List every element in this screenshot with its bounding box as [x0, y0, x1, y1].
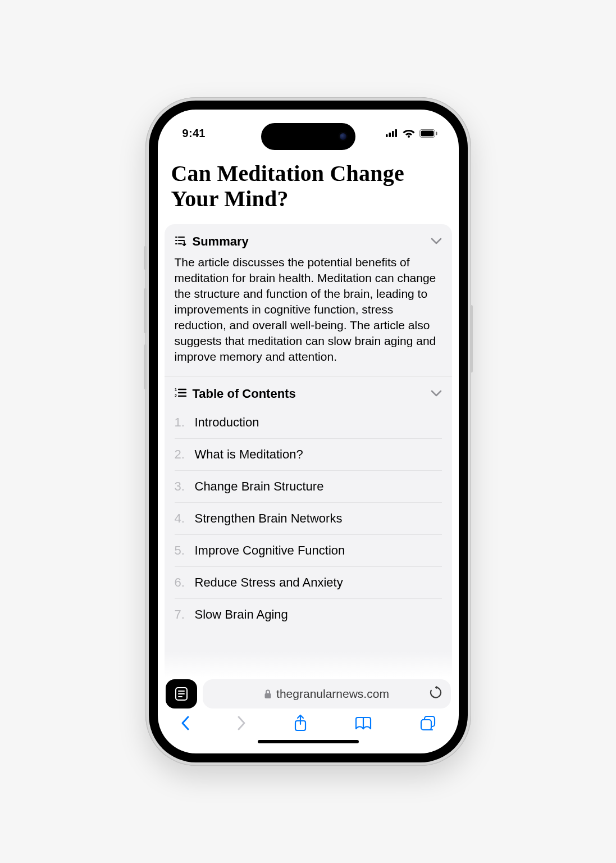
- svg-point-4: [408, 135, 410, 138]
- battery-icon: [419, 129, 437, 138]
- back-button[interactable]: [180, 715, 190, 732]
- summary-card: Summary The article discusses the potent…: [165, 224, 452, 376]
- toc-item-label: Strengthen Brain Networks: [195, 511, 343, 526]
- tabs-button[interactable]: [419, 715, 436, 732]
- summary-title: Summary: [193, 234, 249, 249]
- toc-item[interactable]: 1.Introduction: [175, 407, 442, 439]
- svg-rect-1: [389, 133, 391, 137]
- lock-icon: [264, 689, 272, 699]
- bookmarks-button[interactable]: [354, 715, 373, 731]
- summary-body: The article discusses the potential bene…: [165, 255, 452, 376]
- toc-item[interactable]: 7.Slow Brain Aging: [175, 599, 442, 630]
- svg-rect-2: [392, 131, 394, 137]
- url-field[interactable]: thegranularnews.com: [203, 679, 451, 708]
- toc-item[interactable]: 2.What is Meditation?: [175, 439, 442, 471]
- svg-rect-23: [265, 693, 271, 698]
- share-button[interactable]: [293, 714, 308, 732]
- toc-item-label: Change Brain Structure: [195, 479, 324, 494]
- summary-header[interactable]: Summary: [165, 224, 452, 255]
- toc-item[interactable]: 4.Strengthen Brain Networks: [175, 503, 442, 535]
- toc-item[interactable]: 3.Change Brain Structure: [175, 471, 442, 503]
- toc-header[interactable]: 1 2 Table of Contents: [165, 376, 452, 407]
- status-time: 9:41: [182, 127, 206, 140]
- toc-item-label: What is Meditation?: [195, 447, 303, 462]
- cellular-icon: [386, 129, 398, 137]
- summary-icon: [175, 235, 187, 248]
- toc-card: 1 2 Table of Contents: [165, 376, 452, 677]
- toc-item-label: Reduce Stress and Anxiety: [195, 575, 343, 590]
- wifi-icon: [403, 129, 415, 138]
- svg-rect-7: [436, 131, 437, 135]
- chevron-down-icon: [431, 389, 442, 399]
- toc-icon: 1 2: [175, 388, 187, 400]
- toc-title: Table of Contents: [193, 387, 296, 401]
- svg-rect-28: [421, 720, 431, 730]
- url-domain: thegranularnews.com: [276, 687, 389, 701]
- toc-item[interactable]: 5.Improve Cognitive Function: [175, 535, 442, 567]
- browser-chrome: thegranularnews.com: [158, 677, 459, 753]
- chevron-down-icon: [431, 237, 442, 247]
- browser-toolbar: [166, 708, 451, 733]
- reload-button[interactable]: [430, 686, 442, 702]
- forward-button[interactable]: [236, 715, 247, 732]
- article-title: Can Meditation Change Your Mind?: [158, 149, 459, 224]
- home-indicator[interactable]: [258, 740, 359, 743]
- svg-text:1: 1: [175, 388, 177, 392]
- toc-item-label: Improve Cognitive Function: [195, 543, 345, 558]
- reader-mode-button[interactable]: [166, 679, 197, 708]
- toc-list: 1.Introduction 2.What is Meditation? 3.C…: [165, 407, 452, 630]
- toc-item[interactable]: 6.Reduce Stress and Anxiety: [175, 567, 442, 599]
- toc-item-label: Slow Brain Aging: [195, 607, 288, 622]
- dynamic-island: [261, 123, 355, 150]
- toc-item-label: Introduction: [195, 415, 259, 430]
- svg-rect-6: [421, 130, 434, 136]
- phone-frame: 9:41: [145, 97, 471, 766]
- svg-text:2: 2: [175, 394, 177, 398]
- svg-rect-3: [395, 129, 397, 137]
- svg-rect-0: [386, 134, 388, 137]
